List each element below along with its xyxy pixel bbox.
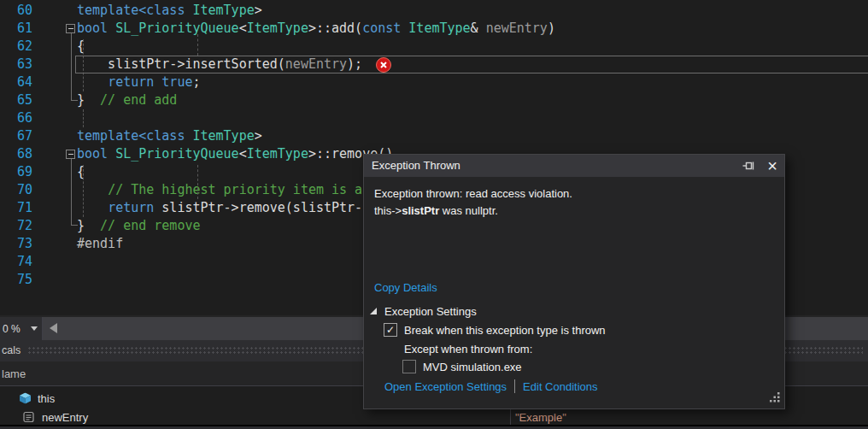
- fold-gutter: [32, 253, 77, 271]
- field-icon: [23, 411, 34, 422]
- zoom-level-dropdown[interactable]: 0 %: [0, 317, 43, 340]
- line-number: 68: [0, 145, 32, 163]
- line-number: 69: [0, 163, 32, 181]
- variable-name: this: [38, 391, 55, 404]
- code-text: } // end remove: [77, 217, 201, 235]
- line-number: 62: [0, 38, 32, 56]
- code-text: template<class ItemType>: [77, 2, 262, 20]
- code-text: } // end add: [77, 91, 177, 109]
- outline-scope-tick: [72, 100, 78, 101]
- fold-gutter: [32, 2, 77, 20]
- line-number: 75: [0, 271, 32, 289]
- chevron-down-icon: [31, 326, 38, 331]
- outline-scope-line: [71, 33, 72, 101]
- fold-collapse-icon[interactable]: [66, 150, 75, 159]
- zoom-level-value: 0 %: [0, 323, 31, 335]
- exception-dialog-title: Exception Thrown: [372, 159, 460, 172]
- code-text: template<class ItemType>: [77, 127, 262, 145]
- indent-guide: [83, 39, 84, 91]
- line-number: 73: [0, 235, 32, 253]
- code-text: return slistPtr->remove(slistPtr-: [77, 199, 362, 217]
- module-checkbox-row[interactable]: MVD simulation.exe: [402, 360, 522, 373]
- scroll-left-icon[interactable]: [50, 323, 57, 333]
- fold-gutter: [32, 109, 77, 127]
- locals-row[interactable]: newEntry"Example": [0, 408, 868, 426]
- indent-guide: [83, 165, 84, 217]
- exception-error-icon[interactable]: [376, 57, 391, 73]
- fold-gutter: [32, 235, 77, 253]
- x-glyph: [380, 62, 387, 68]
- line-number: 67: [0, 127, 32, 145]
- indent-guide: [197, 165, 198, 199]
- line-number: 65: [0, 91, 32, 109]
- code-text: #endif: [77, 235, 123, 253]
- link-separator: [514, 379, 515, 393]
- code-text: return true;: [77, 73, 201, 91]
- exception-dialog: Exception Thrown × Exception thrown: rea…: [363, 154, 785, 409]
- line-number: 72: [0, 217, 32, 235]
- outline-scope-tick: [72, 225, 78, 226]
- code-text: slistPtr->insertSorted(newEntry);: [77, 56, 362, 73]
- object-cube-icon: [19, 392, 32, 403]
- pin-icon[interactable]: [742, 159, 755, 173]
- exception-settings-section[interactable]: Exception Settings: [370, 305, 477, 318]
- break-checkbox-row[interactable]: ✓ Break when this exception type is thro…: [384, 323, 606, 337]
- code-text: bool SL_PriorityQueue<ItemType>::add(con…: [77, 20, 555, 38]
- exception-settings-header: Exception Settings: [384, 305, 477, 318]
- exception-detail: this->slistPtr was nullptr.: [374, 204, 498, 217]
- expander-icon: [370, 308, 377, 314]
- line-number: 64: [0, 73, 32, 91]
- vs-debugger-screen: 60template<class ItemType>61bool SL_Prio…: [0, 0, 868, 429]
- variable-value: "Example": [515, 410, 566, 423]
- exception-dialog-titlebar[interactable]: Exception Thrown ×: [364, 155, 784, 177]
- code-line[interactable]: 60template<class ItemType>: [0, 2, 555, 20]
- fold-collapse-icon[interactable]: [66, 24, 75, 33]
- exception-message: Exception thrown: read access violation.: [374, 187, 572, 200]
- copy-details-link[interactable]: Copy Details: [374, 281, 437, 294]
- line-number: 70: [0, 181, 32, 199]
- code-line[interactable]: 67template<class ItemType>: [0, 127, 555, 145]
- line-number: 66: [0, 109, 32, 127]
- variable-name: newEntry: [42, 410, 88, 423]
- except-when-label: Except when thrown from:: [404, 343, 532, 356]
- line-number: 60: [0, 2, 32, 20]
- code-line[interactable]: 65} // end add: [0, 91, 555, 109]
- edit-conditions-link[interactable]: Edit Conditions: [523, 380, 597, 393]
- outline-scope-line: [71, 159, 72, 226]
- indent-guide: [197, 34, 198, 56]
- indent-guide: [83, 109, 84, 127]
- line-number: 74: [0, 253, 32, 271]
- code-text: // The highest priority item is a: [77, 181, 362, 199]
- checkbox-checked-icon[interactable]: ✓: [384, 323, 397, 337]
- break-checkbox-label: Break when this exception type is thrown: [404, 324, 606, 337]
- name-column-header: lame: [2, 367, 26, 380]
- line-number: 61: [0, 20, 32, 38]
- open-exception-settings-link[interactable]: Open Exception Settings: [384, 380, 507, 393]
- locals-panel-title: cals: [2, 344, 21, 356]
- resize-grip-icon[interactable]: [769, 391, 780, 405]
- fold-gutter: [32, 127, 77, 145]
- line-number: 71: [0, 199, 32, 217]
- code-line[interactable]: 61bool SL_PriorityQueue<ItemType>::add(c…: [0, 20, 555, 38]
- fold-gutter: [32, 271, 77, 289]
- null-pointer-name: slistPtr: [402, 204, 439, 217]
- module-checkbox-label: MVD simulation.exe: [423, 361, 522, 373]
- close-icon[interactable]: ×: [767, 155, 777, 177]
- line-number: 63: [0, 56, 32, 73]
- code-text: bool SL_PriorityQueue<ItemType>::remove(…: [77, 145, 393, 163]
- checkbox-unchecked-icon[interactable]: [402, 360, 416, 373]
